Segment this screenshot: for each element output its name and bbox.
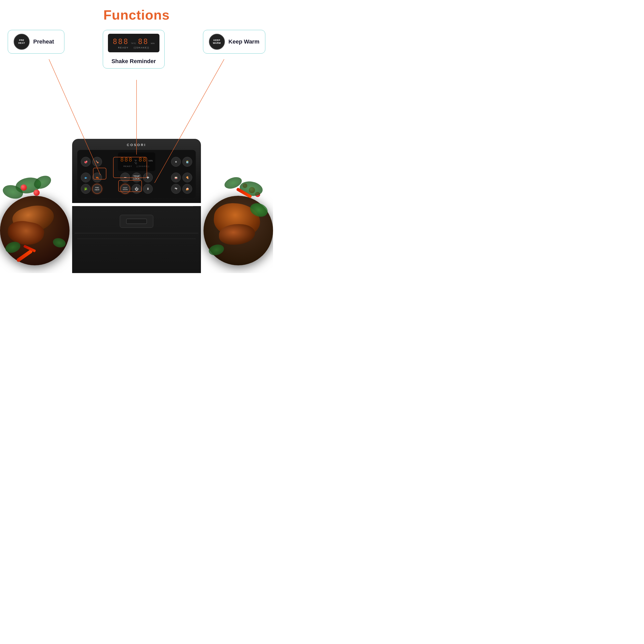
preheat-icon: PRE HEAT: [14, 34, 30, 50]
fryer-top-panel: COSORI 🥩 🍗 888 °F °C: [72, 139, 201, 203]
preheat-label: Preheat: [33, 38, 54, 45]
inner-display: 888 °F °C 88 MIN READY ((SHAKE)): [118, 152, 155, 171]
food-left: [0, 165, 72, 273]
pause-button[interactable]: ⏸: [143, 184, 153, 194]
display-min-label: MIN: [148, 159, 153, 162]
display-shake-text: ((SHAKE)): [137, 165, 150, 167]
shake-reminder-callout: 888 °F/°C 88 MIN READY ((SHAKE)) Shake R…: [103, 30, 165, 69]
power-button[interactable]: ⏻: [132, 184, 141, 194]
keep-warm-icon: KEEP WARM: [209, 34, 225, 50]
shake-reminder-label: Shake Reminder: [112, 58, 156, 65]
icons-left-mid: 🐟 🦐: [81, 173, 102, 182]
freeze-button[interactable]: ❄: [171, 157, 181, 167]
fryer-handle[interactable]: [120, 215, 153, 228]
icons-right-bot: 🫗 🍰: [171, 184, 192, 194]
fryer-base-line: [75, 233, 198, 233]
display-unit-temp: °F/°C: [131, 42, 136, 45]
fryer-handle-area: [72, 210, 201, 228]
pizza-button[interactable]: 🍕: [182, 173, 192, 182]
icons-left-top: 🥩 🍗: [81, 157, 102, 167]
fryer-drawer-line: [80, 206, 193, 207]
panel-row-3: 🥦 PREHEAT KEEPWARM ⏻ ⏸ 🫗 🍰: [81, 184, 192, 194]
poultry-button[interactable]: 🍗: [92, 157, 102, 167]
drum-button[interactable]: 🥁: [171, 173, 181, 182]
display-unit-time: MIN: [151, 42, 155, 45]
display-time-digits: 88: [139, 156, 147, 163]
container-button[interactable]: 🫙: [182, 157, 192, 167]
air-fryer-body: COSORI 🥩 🍗 888 °F °C: [72, 139, 201, 273]
food-right: [201, 165, 273, 273]
display-temp-digits: 888: [120, 156, 133, 163]
display-ready-text: READY: [123, 165, 132, 167]
keep-warm-label: Keep Warm: [228, 38, 259, 45]
fryer-brand: COSORI: [77, 143, 196, 147]
icons-left-bot: 🥦 PREHEAT: [81, 184, 102, 194]
callout-row: PRE HEAT Preheat 888 °F/°C 88 MIN READY …: [0, 23, 273, 69]
display-ready: READY: [118, 46, 129, 49]
temp-lock-button[interactable]: TEMPLOCK: [132, 173, 141, 182]
veggie-button[interactable]: 🥦: [81, 184, 91, 194]
display-shake: ((SHAKE)): [134, 46, 149, 49]
bottom-controls: KEEPWARM ⏻ ⏸: [120, 184, 153, 194]
preheat-callout: PRE HEAT Preheat: [8, 30, 64, 54]
minus-button[interactable]: −: [120, 173, 130, 182]
handle-grip: [126, 219, 147, 224]
cake-button[interactable]: 🍰: [182, 184, 192, 194]
cup-button[interactable]: 🫗: [171, 184, 181, 194]
panel-row-2: 🐟 🦐 − TEMPLOCK + 🥁 🍕: [81, 173, 192, 182]
display-units: °F °C: [134, 159, 137, 165]
display-digits-right: 88: [138, 37, 149, 46]
fryer-base-line-2: [77, 239, 196, 239]
control-panel: 🥩 🍗 888 °F °C 88 MIN: [77, 150, 196, 198]
display-digits-row: 888 °F °C 88 MIN: [120, 156, 153, 165]
page-title: Functions: [0, 0, 273, 23]
keep-warm-callout: KEEP WARM Keep Warm: [203, 30, 265, 54]
middle-controls: − TEMPLOCK +: [120, 173, 153, 182]
icons-right-mid: 🥁 🍕: [171, 173, 192, 182]
fryer-lower-body: [72, 206, 201, 273]
display-digits-left: 888: [113, 37, 129, 46]
fish-button[interactable]: 🐟: [81, 173, 91, 182]
icons-right-top: ❄ 🫙: [171, 157, 192, 167]
beef-button[interactable]: 🥩: [81, 157, 91, 167]
display-status-row: READY ((SHAKE)): [123, 165, 149, 167]
preheat-button[interactable]: PREHEAT: [92, 184, 102, 194]
display-screen-callout: 888 °F/°C 88 MIN READY ((SHAKE)): [108, 34, 159, 52]
plus-button[interactable]: +: [143, 173, 153, 182]
shrimp-button[interactable]: 🦐: [92, 173, 102, 182]
keep-warm-button[interactable]: KEEPWARM: [120, 184, 130, 194]
panel-row-1: 🥩 🍗 888 °F °C 88 MIN: [81, 152, 192, 171]
